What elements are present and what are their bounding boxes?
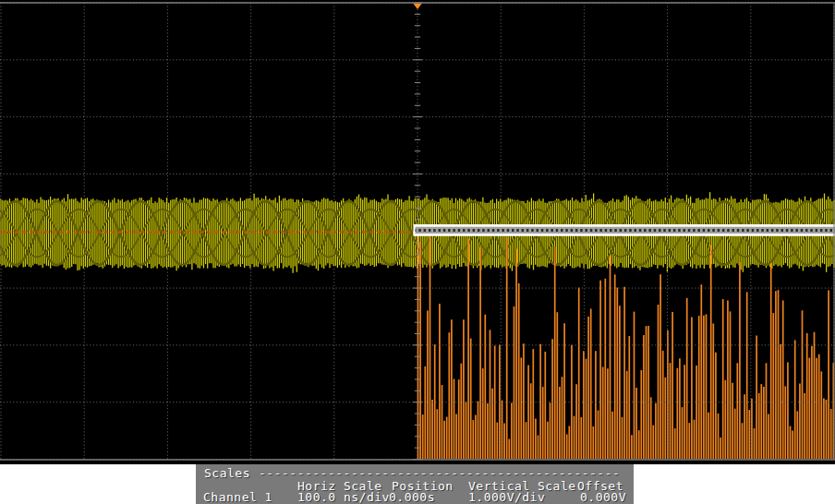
- bottom-strip: Scales ---------------------------------…: [0, 464, 835, 504]
- scales-panel: Scales ---------------------------------…: [196, 464, 634, 504]
- channel1-vertical-scale: 1.000V/div: [468, 491, 545, 503]
- waveform-display: [0, 0, 835, 464]
- channel1-position: 0.000s: [389, 491, 435, 503]
- scales-title: Scales: [204, 467, 250, 479]
- oscilloscope-screen: Scales ---------------------------------…: [0, 0, 835, 504]
- bus-indicator: [414, 224, 835, 236]
- scope-graticule-and-traces: [0, 0, 835, 464]
- scales-title-row: Scales ---------------------------------…: [196, 467, 634, 479]
- channel1-horiz-scale: 100.0 ns/div: [297, 491, 390, 503]
- scales-title-dashes: ----------------------------------------…: [259, 467, 620, 479]
- trigger-marker-icon[interactable]: [414, 4, 422, 9]
- channel1-label: Channel 1: [203, 491, 272, 503]
- channel1-offset: 0.000V: [580, 491, 626, 503]
- channel1-row: Channel 1 100.0 ns/div 0.000s 1.000V/div…: [196, 491, 634, 503]
